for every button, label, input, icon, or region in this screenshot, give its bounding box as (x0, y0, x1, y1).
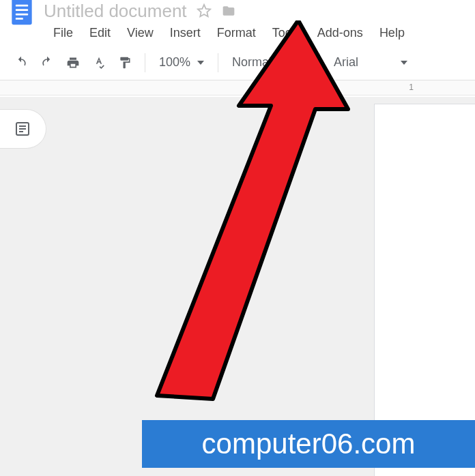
menu-help[interactable]: Help (371, 23, 413, 43)
svg-rect-2 (16, 9, 28, 11)
font-value: Arial (334, 55, 358, 70)
toolbar: 100% Normal Arial (0, 45, 475, 80)
style-value: Normal (232, 55, 272, 70)
document-title[interactable]: Untitled document (38, 1, 192, 22)
separator (319, 53, 320, 72)
document-outline-toggle[interactable] (0, 109, 46, 149)
svg-rect-1 (16, 5, 28, 7)
print-button[interactable] (63, 53, 83, 73)
undo-button[interactable] (11, 53, 31, 73)
menu-format[interactable]: Format (209, 23, 264, 43)
menu-file[interactable]: File (45, 23, 81, 43)
separator (218, 53, 218, 72)
paint-format-button[interactable] (115, 53, 135, 73)
chevron-down-icon (401, 61, 407, 65)
menu-view[interactable]: View (119, 23, 162, 43)
watermark-text: computer06.com (202, 428, 416, 460)
menu-bar: File Edit View Insert Format Tools Add-o… (0, 22, 475, 45)
svg-marker-5 (197, 5, 210, 16)
zoom-value: 100% (159, 55, 190, 70)
docs-logo-icon[interactable] (8, 0, 35, 27)
document-canvas[interactable] (0, 97, 475, 476)
chevron-down-icon (197, 61, 204, 65)
zoom-dropdown[interactable]: 100% (155, 53, 208, 72)
svg-rect-4 (16, 18, 23, 20)
svg-rect-3 (16, 14, 28, 16)
menu-edit[interactable]: Edit (81, 23, 119, 43)
spellcheck-button[interactable] (89, 53, 109, 73)
watermark: computer06.com (142, 420, 475, 468)
menu-addons[interactable]: Add-ons (309, 23, 371, 43)
folder-icon[interactable] (221, 3, 236, 18)
menu-tools[interactable]: Tools (264, 23, 309, 43)
ruler-mark: 1 (409, 83, 414, 92)
chevron-down-icon (299, 61, 306, 65)
star-icon[interactable] (197, 3, 212, 18)
menu-insert[interactable]: Insert (162, 23, 209, 43)
font-dropdown[interactable]: Arial (330, 53, 412, 72)
svg-rect-0 (12, 0, 31, 25)
redo-button[interactable] (37, 53, 57, 73)
separator (145, 53, 145, 72)
styles-dropdown[interactable]: Normal (228, 53, 310, 72)
horizontal-ruler[interactable]: 1 (0, 80, 475, 95)
